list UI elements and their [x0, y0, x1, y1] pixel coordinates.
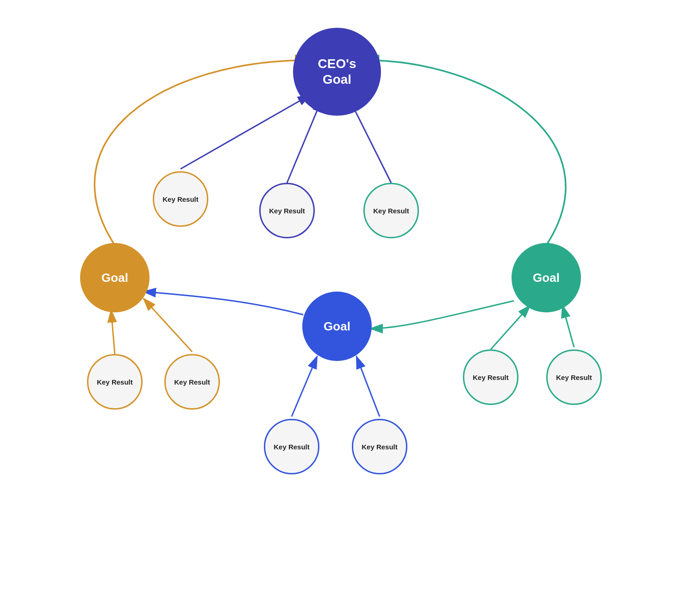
line-kr-gold1-to-goal-gold: [111, 310, 115, 354]
kr-blue-dark-mid-label: Key Result: [269, 207, 305, 215]
goal-gold-label: Goal: [101, 271, 128, 285]
line-kr-gold2-to-goal-gold: [144, 299, 192, 352]
kr-teal-right-label: Key Result: [373, 207, 409, 215]
ceo-goal-label: CEO's Goal: [318, 56, 356, 87]
arc-goal-blue-to-goal-gold: [144, 292, 303, 315]
goal-teal-label: Goal: [533, 271, 560, 285]
kr-gold-2-node: Key Result: [164, 354, 220, 410]
kr-gold-2-label: Key Result: [174, 378, 210, 386]
kr-gold-1-node: Key Result: [87, 354, 143, 410]
diagram-container: CEO's Goal Key Result Key Result Key Res…: [0, 0, 674, 616]
line-kr-blue2-to-goal-blue: [356, 356, 380, 417]
goal-teal-node: Goal: [512, 243, 581, 312]
line-kr-blue1-to-goal-blue: [292, 356, 317, 417]
line-kr-blue-mid-to-ceo: [287, 100, 322, 183]
kr-teal-right-node: Key Result: [363, 183, 419, 238]
ceo-goal-node: CEO's Goal: [293, 28, 381, 116]
goal-gold-node: Goal: [80, 243, 150, 312]
kr-blue-1-label: Key Result: [274, 443, 310, 451]
line-kr-gold-left-to-ceo: [181, 95, 310, 169]
kr-gold-1-label: Key Result: [97, 378, 133, 386]
line-kr-teal1-to-goal-teal: [491, 305, 530, 349]
goal-blue-node: Goal: [302, 292, 372, 361]
kr-teal-2-label: Key Result: [556, 373, 592, 381]
kr-blue-1-node: Key Result: [264, 419, 319, 474]
kr-blue-2-node: Key Result: [352, 419, 407, 474]
kr-gold-left-node: Key Result: [153, 171, 208, 227]
kr-teal-2-node: Key Result: [546, 349, 602, 405]
line-kr-teal2-to-goal-teal: [562, 305, 574, 347]
kr-teal-1-node: Key Result: [463, 349, 518, 405]
kr-gold-left-label: Key Result: [162, 195, 199, 203]
kr-blue-2-label: Key Result: [362, 443, 398, 451]
line-kr-teal-right-to-ceo: [349, 100, 391, 183]
arc-goal-teal-to-goal-blue: [370, 301, 514, 329]
goal-blue-label: Goal: [324, 319, 350, 334]
kr-blue-dark-mid-node: Key Result: [259, 183, 315, 238]
kr-teal-1-label: Key Result: [473, 373, 509, 381]
